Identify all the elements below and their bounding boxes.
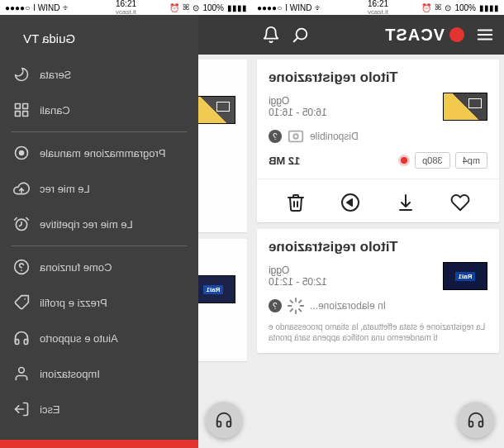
quality-chip[interactable]: 380p xyxy=(415,152,449,169)
app-logo: VCAST xyxy=(384,26,464,45)
svg-rect-25 xyxy=(16,104,21,109)
recording-meta: Oggi 16:05 - 16:10 xyxy=(269,95,327,118)
format-chip[interactable]: mp4 xyxy=(455,152,487,169)
delete-button[interactable] xyxy=(286,193,306,212)
svg-point-6 xyxy=(293,134,298,139)
drawer-item-prog-manuale[interactable]: Programmazione manuale xyxy=(12,136,187,171)
recording-title: Titolo registrazione xyxy=(269,69,487,86)
download-button[interactable] xyxy=(396,193,416,212)
drawer-item-esci[interactable]: Esci xyxy=(12,392,187,427)
drawer-header[interactable]: Guida TV xyxy=(12,26,187,57)
svg-line-13 xyxy=(291,309,293,312)
support-fab[interactable] xyxy=(206,402,242,438)
cloud-icon xyxy=(13,180,30,197)
menu-icon[interactable] xyxy=(476,26,494,44)
help-icon[interactable]: ? xyxy=(269,299,282,312)
drawer-item-serata[interactable]: Serata xyxy=(12,57,187,93)
drawer-item-aiuto[interactable]: Aiuto e supporto xyxy=(12,321,187,356)
recording-meta: Oggi 12:05 - 12:10 xyxy=(269,265,327,288)
file-size: 12 MB xyxy=(269,155,300,167)
recording-status: In elaborazione... ? xyxy=(269,297,487,315)
loading-icon xyxy=(287,297,305,315)
channel-thumbnail xyxy=(443,93,487,121)
live-chip[interactable] xyxy=(398,155,410,166)
drawer-footer-accent xyxy=(0,440,198,448)
play-button[interactable] xyxy=(340,193,360,212)
svg-rect-27 xyxy=(16,112,21,117)
svg-rect-26 xyxy=(23,112,28,117)
svg-point-29 xyxy=(20,151,24,155)
svg-marker-9 xyxy=(347,199,352,206)
drawer-item-rec-ripetitive[interactable]: Le mie rec ripetitive xyxy=(12,207,187,242)
svg-point-34 xyxy=(19,368,25,374)
drawer-item-prezzi[interactable]: Prezzi e profili xyxy=(12,285,187,321)
favorite-button[interactable] xyxy=(450,193,470,212)
help-icon xyxy=(13,259,30,275)
bell-icon[interactable] xyxy=(262,26,280,44)
tag-icon xyxy=(13,294,30,311)
channel-thumbnail: Rai1 xyxy=(443,262,487,290)
svg-line-16 xyxy=(299,309,302,312)
svg-line-4 xyxy=(294,38,297,41)
nav-drawer: Guida TV Serata Canali Programmazione ma… xyxy=(0,15,198,448)
svg-rect-24 xyxy=(23,104,28,109)
status-bar: ●●●●○I WINDᯤ 16:21vcast.it ⏰ꕤ⊙100%▮▮▮▮ xyxy=(252,0,504,15)
drawer-item-canali[interactable]: Canali xyxy=(12,93,187,128)
svg-line-12 xyxy=(299,301,302,303)
headphones-icon xyxy=(13,330,30,346)
moon-icon xyxy=(13,66,30,83)
drawer-item-mie-rec[interactable]: Le mie rec xyxy=(12,171,187,207)
drawer-item-come-funziona[interactable]: Come funziona xyxy=(12,250,187,285)
status-bar: ●●●●○I WINDᯤ 16:21vcast.it ⏰ꕤ⊙100%▮▮▮▮ xyxy=(0,0,252,15)
app-header: VCAST xyxy=(252,15,504,55)
recording-status: Disponibile ? xyxy=(269,127,487,145)
recording-card[interactable]: Titolo registrazione Oggi 16:05 - 16:10 … xyxy=(257,60,499,222)
svg-line-17 xyxy=(291,301,293,303)
recording-card[interactable]: Titolo registrazione Rai1 Oggi 12:05 - 1… xyxy=(257,229,499,353)
svg-point-3 xyxy=(297,29,307,40)
help-icon[interactable]: ? xyxy=(269,130,282,143)
svg-rect-5 xyxy=(289,131,303,142)
disk-icon xyxy=(287,127,305,145)
drawer-item-impostazioni[interactable]: Impostazioni xyxy=(12,356,187,392)
search-icon[interactable] xyxy=(292,26,310,44)
grid-icon xyxy=(13,102,30,118)
user-icon xyxy=(13,365,30,382)
record-icon xyxy=(13,145,30,161)
processing-message: La registrazione è stata effettuata, la … xyxy=(269,322,487,343)
support-fab[interactable] xyxy=(458,402,494,438)
logout-icon xyxy=(13,401,30,417)
recording-title: Titolo registrazione xyxy=(269,239,487,255)
clock-icon xyxy=(13,216,30,232)
